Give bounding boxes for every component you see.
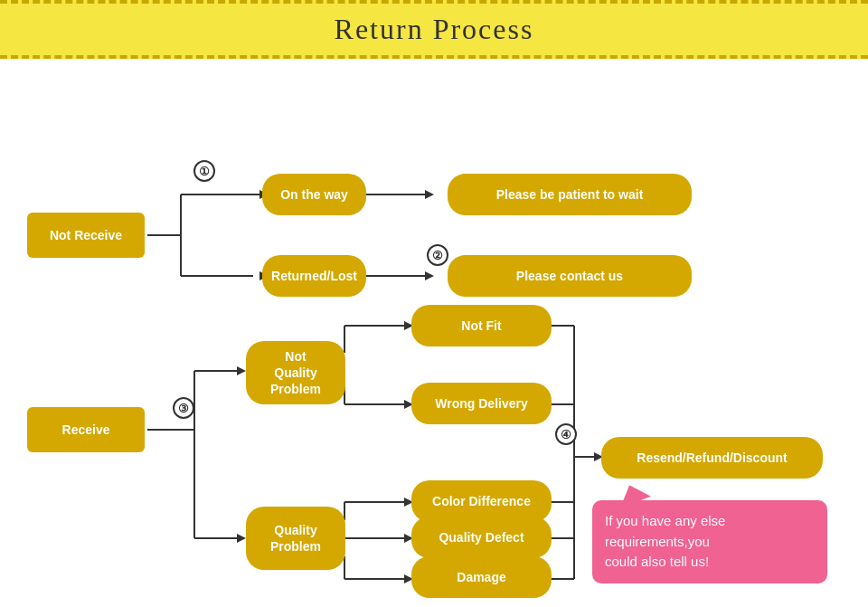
damage-node: Damage [411,556,552,598]
diagram: Not Receive ① On the way Returned/Lost ②… [0,59,868,607]
bubble-text: If you have any else requirements,you co… [605,513,725,569]
receive-node: Receive [27,407,145,452]
circle-2: ② [427,244,448,266]
circle-4: ④ [555,423,577,445]
header: Return Process [0,0,868,59]
svg-marker-14 [237,366,246,375]
not-fit-node: Not Fit [411,305,552,346]
not-quality-problem-node: Not Quality Problem [246,341,345,404]
page-container: Return Process [0,0,868,607]
please-wait-node: Please be patient to wait [448,174,692,215]
returned-lost-node: Returned/Lost [262,255,366,297]
not-receive-node: Not Receive [27,213,145,258]
speech-bubble: If you have any else requirements,you co… [592,500,827,583]
svg-marker-6 [425,190,434,199]
circle-1: ① [193,160,215,182]
please-contact-node: Please contact us [448,255,692,297]
wrong-delivery-node: Wrong Delivery [411,383,552,424]
on-the-way-node: On the way [262,174,366,215]
quality-problem-node: Quality Problem [246,507,345,570]
quality-defect-node: Quality Defect [411,517,552,558]
svg-marker-16 [237,534,246,543]
circle-3: ③ [173,397,194,419]
resend-refund-node: Resend/Refund/Discount [601,437,823,479]
svg-marker-8 [425,271,434,280]
page-title: Return Process [335,13,534,45]
